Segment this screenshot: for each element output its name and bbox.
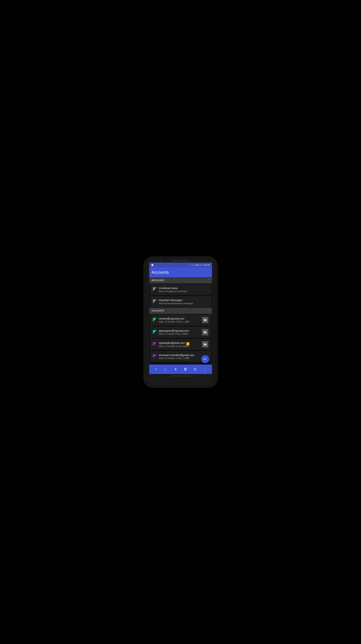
combined-inbox-triangle [153,287,157,291]
account-4-content: emanuel.moecklin@gmail.com Inbox: 25 Unr… [159,354,208,360]
combined-inbox-icon-area [153,287,157,292]
search-icon: ⌕ [165,367,167,371]
important-messages-group: Important Messages Show all important/st… [150,296,211,307]
important-messages-triangle [153,300,157,303]
account-2-icon-area [153,330,157,334]
combined-inbox-group: Combined Inbox Show messages of all Inbo… [150,284,211,295]
account-3-group: 1gravityllc@gmail.com ✓ Inbox: 21 Unread… [150,339,211,350]
bottom-toolbar: + ⌕ ✦ 🗑 ↻ ⋮ [149,364,212,374]
account-1-icon-area [153,318,157,322]
account-2-group: appsupport@1gravity.com Inbox: 0 Unread:… [150,327,211,338]
account-2-stats: Inbox: 0 Unread: 0 Size: 245KB [159,333,200,335]
edit-icon: ✏ [204,357,207,361]
page-title: Accounts [152,270,209,275]
status-left: 📋 [151,264,154,266]
gmail-badge: ✓ [186,342,189,345]
move-icon: ✦ [174,367,177,371]
important-messages-title: Important Messages [159,298,208,302]
account-2-email: appsupport@1gravity.com [159,329,200,332]
important-messages-content: Important Messages Show all important/st… [159,298,208,305]
account-3-item[interactable]: 1gravityllc@gmail.com ✓ Inbox: 21 Unread… [150,339,211,350]
account-4-icon-area [153,354,157,358]
phone-device: 📋 ∿ ▲ 100% ⚡ 1:58 PM Accounts MESSAGES ⌃ [144,257,217,387]
important-messages-icon-area [153,300,157,304]
combined-inbox-title: Combined Inbox [159,286,208,290]
important-messages-subtitle: Show all important/starred messages [159,302,208,305]
account-1-triangle [153,318,157,322]
messages-section-label: MESSAGES [152,279,164,282]
signal-icon: ▲ [192,264,194,266]
account-4-stats: Inbox: 25 Unread: 0 Size: 1.0MB [159,357,208,360]
account-3-icon-area [153,342,157,346]
accounts-section-header[interactable]: ACCOUNTS ⌃ [149,308,212,314]
account-4-email: emanuel.moecklin@gmail.com [159,354,208,357]
camera [160,260,161,262]
account-3-content: 1gravityllc@gmail.com ✓ Inbox: 21 Unread… [159,341,200,348]
important-messages-item[interactable]: Important Messages Show all important/st… [150,296,211,307]
folder-icon [203,331,207,334]
compose-fab[interactable]: ✏ [201,355,209,363]
account-2-content: appsupport@1gravity.com Inbox: 0 Unread:… [159,329,200,335]
content-area: MESSAGES ⌃ Combined Inbox Show messages … [149,277,212,364]
account-3-folder-btn[interactable] [202,341,208,348]
messages-chevron-icon: ⌃ [207,279,209,282]
app-bar: Accounts [149,268,212,277]
messages-section-header[interactable]: MESSAGES ⌃ [149,277,212,284]
account-1-group: contact@1gravity.com Inbox: 25 Unread: 0… [150,314,211,326]
account-1-stats: Inbox: 25 Unread: 0 Size: 1.1MB [159,320,200,323]
account-3-triangle [153,342,157,346]
gmail-check-icon: ✓ [186,342,189,345]
add-icon: + [155,367,157,371]
combined-inbox-item[interactable]: Combined Inbox Show messages of all Inbo… [150,284,211,295]
refresh-icon: ↻ [194,367,197,371]
add-button[interactable]: + [152,366,159,373]
folder-icon [203,318,207,322]
clock: 1:58 PM [203,264,210,266]
more-icon: ⋮ [203,367,207,371]
battery-icon: ⚡ [200,264,202,266]
combined-inbox-subtitle: Show messages of all Inboxes [159,290,208,292]
accounts-chevron-icon: ⌃ [207,310,209,312]
home-bar [170,376,191,376]
wifi-icon: ∿ [190,264,191,266]
trash-icon: 🗑 [184,367,187,371]
account-4-triangle [153,354,157,358]
refresh-button[interactable]: ↻ [192,366,199,373]
account-3-stats: Inbox: 21 Unread: 0 Size: 828KB [159,345,200,348]
battery-percent: 100% [195,264,199,266]
account-2-triangle [153,330,157,334]
combined-inbox-content: Combined Inbox Show messages of all Inbo… [159,286,208,293]
notification-icon: 📋 [151,264,154,266]
status-right: ∿ ▲ 100% ⚡ 1:58 PM [190,264,210,266]
more-button[interactable]: ⋮ [202,366,209,373]
account-2-folder-btn[interactable] [202,329,208,335]
account-2-item[interactable]: appsupport@1gravity.com Inbox: 0 Unread:… [150,327,211,338]
account-1-email: contact@1gravity.com [159,317,200,320]
accounts-section-label: ACCOUNTS [152,310,164,312]
status-bar: 📋 ∿ ▲ 100% ⚡ 1:58 PM [149,262,212,268]
account-1-item[interactable]: contact@1gravity.com Inbox: 25 Unread: 0… [150,315,211,325]
account-1-content: contact@1gravity.com Inbox: 25 Unread: 0… [159,317,200,323]
search-button[interactable]: ⌕ [162,366,169,373]
phone-screen: 📋 ∿ ▲ 100% ⚡ 1:58 PM Accounts MESSAGES ⌃ [149,262,212,374]
move-button[interactable]: ✦ [172,366,179,373]
account-1-folder-btn[interactable] [202,317,208,323]
folder-icon [203,343,207,346]
speaker [172,260,189,262]
delete-button[interactable]: 🗑 [182,366,189,373]
account-3-email: 1gravityllc@gmail.com ✓ [159,341,200,345]
